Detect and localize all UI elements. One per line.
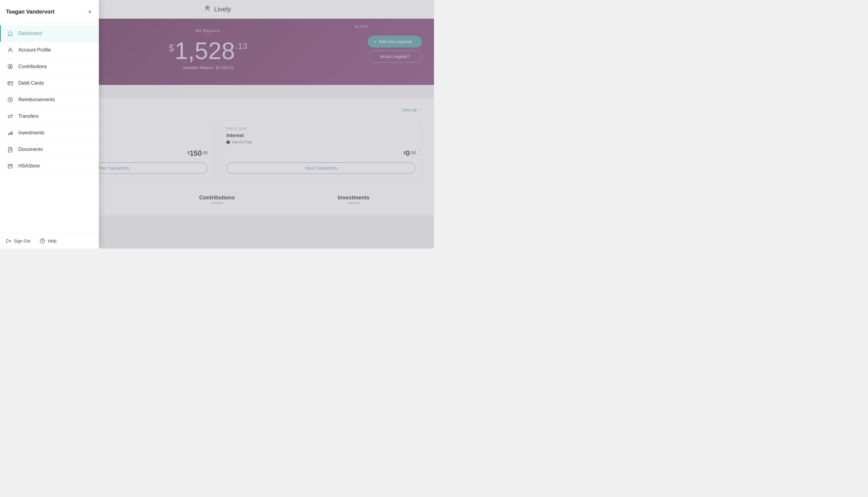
sidebar-item-label-debit-cards: Debit Cards — [18, 81, 44, 86]
sidebar-item-documents[interactable]: Documents — [0, 141, 99, 158]
sidebar-item-label-account-profile: Account Profile — [18, 47, 51, 53]
sidebar-item-debit-cards[interactable]: Debit Cards — [0, 75, 99, 91]
sidebar-item-label-contributions: Contributions — [18, 64, 47, 69]
chart-icon — [7, 129, 14, 136]
sidebar-item-label-transfers: Transfers — [18, 114, 39, 119]
credit-card-icon — [7, 80, 14, 86]
sidebar-item-reimbursements[interactable]: Reimbursements — [0, 91, 99, 108]
sidebar-nav: Dashboard Account Profile Contributions — [0, 23, 99, 233]
svg-rect-8 — [12, 131, 12, 135]
sidebar-item-dashboard[interactable]: Dashboard — [0, 25, 99, 42]
reimburse-icon — [7, 96, 14, 103]
sidebar-item-label-hsastore: HSAStore — [18, 163, 40, 169]
sidebar-close-button[interactable]: × — [87, 7, 93, 17]
svg-point-1 — [9, 48, 12, 50]
document-icon — [7, 146, 14, 153]
sidebar-item-account-profile[interactable]: Account Profile — [0, 42, 99, 58]
svg-rect-3 — [8, 82, 13, 85]
help-button[interactable]: Help — [40, 238, 56, 244]
sidebar-item-label-dashboard: Dashboard — [18, 31, 42, 36]
home-icon — [7, 30, 14, 37]
sidebar-item-label-reimbursements: Reimbursements — [18, 97, 55, 102]
sidebar-header: Teagan Vandervort × — [0, 0, 99, 23]
sidebar-item-investments[interactable]: Investments — [0, 125, 99, 141]
sign-out-icon — [6, 238, 12, 244]
sidebar-item-hsastore[interactable]: HSAStore — [0, 158, 99, 174]
sidebar-overlay[interactable] — [99, 0, 434, 248]
svg-point-10 — [42, 242, 43, 242]
sign-out-button[interactable]: Sign Out — [6, 238, 30, 244]
sidebar: Teagan Vandervort × Dashboard Account Pr… — [0, 0, 99, 248]
store-icon — [7, 163, 14, 169]
sidebar-item-transfers[interactable]: Transfers — [0, 108, 99, 125]
person-icon — [7, 47, 14, 53]
dollar-circle-icon — [7, 63, 14, 70]
transfer-icon — [7, 113, 14, 119]
svg-rect-4 — [9, 83, 10, 84]
svg-rect-7 — [10, 132, 11, 135]
sidebar-item-contributions[interactable]: Contributions — [0, 58, 99, 75]
sidebar-username: Teagan Vandervort — [6, 9, 55, 15]
sidebar-item-label-investments: Investments — [18, 130, 44, 136]
help-icon — [40, 238, 45, 244]
sidebar-item-label-documents: Documents — [18, 147, 43, 152]
sidebar-footer: Sign Out Help — [0, 233, 99, 248]
svg-rect-6 — [8, 133, 9, 135]
